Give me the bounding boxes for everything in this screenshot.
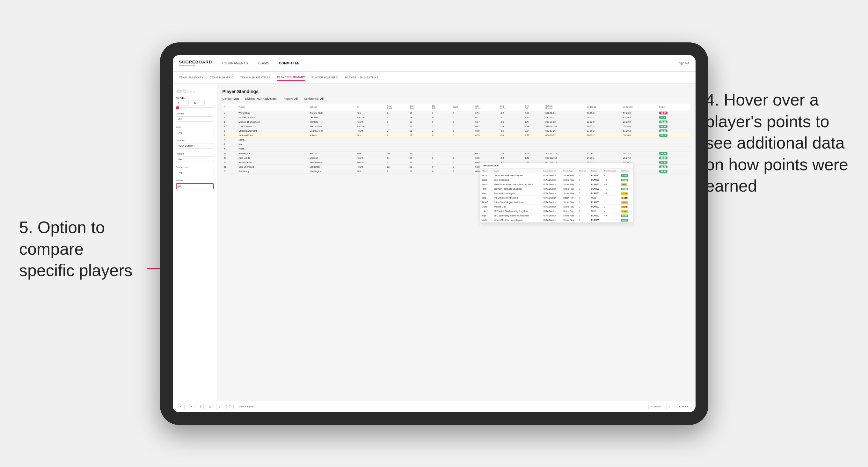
event-row: Alex C Fallen Oak Collegiate Invitationa…: [480, 200, 633, 204]
copy-button[interactable]: ⎘: [198, 404, 204, 409]
page-wrapper: 4. Hover over a player's points to see a…: [0, 0, 868, 467]
sidebar-year-label: Year: [176, 126, 214, 128]
popup-header: Jackson Koivu: [480, 163, 633, 168]
event-col-division: Event Division: [541, 168, 562, 174]
points-badge-1[interactable]: 88.27: [659, 112, 668, 115]
sub-nav-team-h2h-grid[interactable]: TEAM H2H GRID: [210, 74, 233, 80]
adj-score-1: 67.1: [474, 111, 499, 115]
points-badge-6[interactable]: 58.18: [659, 134, 668, 137]
event-col-player: Player: [480, 168, 492, 174]
col-school: School: [308, 103, 355, 111]
event-table-body: Jacob J UNCW Seahawk Intercollegiate NCA…: [480, 173, 633, 222]
sidebar-player-select[interactable]: (All): [176, 183, 214, 189]
event-row: Tiger SEC Stroke Play hosted by Jerry Pa…: [480, 213, 633, 218]
points-badge-24[interactable]: 40.02: [659, 161, 668, 164]
points-badge-22[interactable]: 48.68: [659, 152, 668, 155]
no-rds-from-input[interactable]: [176, 100, 189, 105]
event-popup: Jackson Koivu Player Event Event Divisio…: [480, 162, 633, 223]
sub-nav-team-summary[interactable]: TEAM SUMMARY: [179, 74, 204, 80]
no-rds-to-input[interactable]: [192, 100, 205, 105]
sub-nav-team-h2h-heatmap[interactable]: TEAM H2H HEATMAP: [240, 74, 271, 80]
sidebar-division-select[interactable]: NCAA Division I: [176, 143, 214, 149]
tablet-screen: SCOREBOARD Powered by clippi TOURNAMENTS…: [173, 55, 695, 412]
top-nav: SCOREBOARD Powered by clippi TOURNAMENTS…: [173, 55, 695, 72]
col-points: Points: [658, 103, 690, 111]
paste-button[interactable]: ⋮: [216, 404, 223, 409]
table-row: 4 Luke Clanton Florida State Second 5 27…: [222, 124, 690, 128]
record-1: 381-61-11: [544, 111, 586, 115]
redo-button[interactable]: ↷: [188, 404, 194, 409]
sub-nav-player-summary[interactable]: PLAYER SUMMARY: [277, 74, 305, 81]
nav-item-committee[interactable]: COMMITTEE: [279, 60, 300, 66]
points-badge-5[interactable]: 60.89: [659, 129, 668, 132]
points-1[interactable]: 88.27: [658, 111, 690, 115]
reg-rank-1: 1: [386, 111, 408, 115]
no-rds-1: 1: [431, 111, 452, 115]
annotation-left-text: 5. Option to compare specific players: [19, 218, 132, 280]
filter-region: Region: All: [284, 97, 298, 100]
wins-1: 1: [452, 111, 474, 115]
nav-item-teams[interactable]: TEAMS: [257, 60, 269, 66]
table-row: 1 Wenyi Ding Arizona State First 1 15 1 …: [222, 111, 690, 115]
clipboard-button[interactable]: ⎙: [207, 404, 213, 409]
points-badge-25[interactable]: 39.95: [659, 165, 668, 168]
table-header-row: # Player School Yr RegRank ConfRank NoRd…: [222, 103, 690, 111]
undo-button[interactable]: ↶: [178, 404, 185, 409]
col-vs50: Vs Top 50: [622, 103, 658, 111]
no-rds-row: -: [176, 100, 214, 105]
table-row: 5 Christo Lamprecht Georgia Tech Fourth …: [222, 128, 690, 133]
sidebar-year-select[interactable]: (All): [176, 130, 214, 135]
page-title: Player Standings: [222, 89, 690, 94]
points-badge-2[interactable]: 76.3: [659, 116, 666, 119]
col-adj-score: Adj.Score: [474, 103, 499, 111]
filter-gender-val: Men: [233, 97, 239, 100]
filter-row: Gender: Men Division: NCAA Division I Re…: [222, 97, 690, 100]
slider-thumb[interactable]: [176, 106, 179, 110]
yr-1: First: [356, 111, 386, 115]
slider-track[interactable]: [176, 107, 214, 108]
col-to-par: Avg.to Par: [499, 103, 523, 111]
sign-out-link[interactable]: Sign out: [678, 62, 689, 65]
table-row: 23 Jack Lundin Missouri Fourth 11 24 0 0…: [222, 156, 690, 160]
vs25-1: 29-15-0: [586, 111, 622, 115]
sidebar-gender-select[interactable]: Men Women: [176, 116, 214, 122]
watch-label: Watch: [654, 405, 661, 408]
annotation-right-text: 4. Hover over a player's points to see a…: [706, 91, 848, 195]
sub-nav-player-h2h-heatmap[interactable]: PLAYER H2H HEATMAP: [345, 74, 379, 80]
sidebar: Update time: 27/01/2024 16:56:26 No Rds.…: [173, 84, 217, 401]
rank-1: 1: [222, 111, 238, 115]
share-button[interactable]: ▲ Share: [676, 404, 690, 409]
player-1: Wenyi Ding: [237, 111, 308, 115]
sidebar-conference-select[interactable]: (All): [176, 170, 214, 175]
event-col-type: Event Type: [562, 168, 578, 174]
sub-nav-player-h2h-grid[interactable]: PLAYER H2H GRID: [311, 74, 339, 80]
points-badge-4[interactable]: 68.94: [659, 125, 668, 128]
table-row: 7 Niche...: [222, 137, 690, 142]
nav-item-tournaments[interactable]: TOURNAMENTS: [221, 60, 248, 66]
share-label: Share: [682, 405, 688, 408]
tablet-frame: SCOREBOARD Powered by clippi TOURNAMENTS…: [160, 42, 708, 425]
col-yr: Yr: [356, 103, 386, 111]
points-badge-23[interactable]: 48.27: [659, 157, 668, 159]
col-avg-sg: AvgSG: [524, 103, 544, 111]
share-icon: ▲: [678, 405, 681, 408]
logo-area: SCOREBOARD Powered by clippi: [179, 60, 212, 67]
event-row: Jacob Tiger Invitational NCAA Division I…: [480, 178, 633, 182]
table-row: 22 Ian Gilligan Florida Third 10 24 1 0 …: [222, 151, 690, 156]
bottom-toolbar: ↶ ↷ ⎘ ⎙ ⋮ ◯ View: Original 👁 Watch ⇓ ▲ S…: [173, 401, 695, 412]
view-original-button[interactable]: View: Original: [237, 404, 256, 409]
download-button[interactable]: ⇓: [666, 404, 673, 409]
watch-button[interactable]: 👁 Watch: [648, 404, 663, 409]
filter-conference-val: All: [320, 97, 323, 100]
main-table-area: Player Standings Gender: Men Division: N…: [217, 84, 695, 401]
points-badge-3[interactable]: 70.21: [659, 121, 668, 123]
col-no-rds: NoRds.: [431, 103, 452, 111]
popup-player-name: Jackson Koivu: [483, 164, 499, 167]
table-row-highlighted: 6 Jackson Koivu Auburn First 2 27 0 1 67…: [222, 133, 690, 137]
clock-button[interactable]: ◯: [226, 404, 234, 409]
col-wins: Wins: [452, 103, 474, 111]
points-badge-26[interactable]: 38.49: [659, 170, 668, 173]
conf-rank-1: 15: [408, 111, 431, 115]
filter-region-label: Region:: [284, 97, 293, 100]
sidebar-region-select[interactable]: N/A: [176, 157, 214, 162]
